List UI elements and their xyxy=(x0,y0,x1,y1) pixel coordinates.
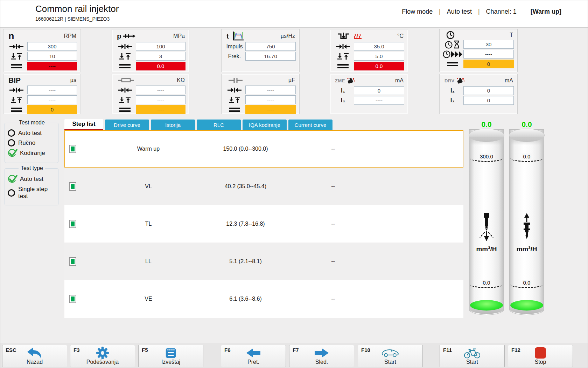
frequency-field[interactable]: 16.70 xyxy=(245,52,296,61)
gauge-upper-mark: 300.0 xyxy=(470,155,503,162)
gauge-current-value: 0.0 xyxy=(469,120,504,129)
radio-auto-test[interactable]: Auto test xyxy=(8,129,56,137)
actual-value-icon xyxy=(6,107,27,112)
step-result: -- xyxy=(280,258,386,265)
radio-unchecked-icon[interactable] xyxy=(8,129,15,137)
radio-rucno[interactable]: Ručno xyxy=(8,139,56,146)
panel-time: T 30 ---- 0 xyxy=(439,29,518,72)
setpoint-icon xyxy=(224,87,245,93)
bip-actual-field: 0 xyxy=(27,105,77,114)
gauge-unit-label: mm³/H xyxy=(469,245,504,253)
bip-set-field[interactable]: ---- xyxy=(27,86,77,94)
button-label: Nazad xyxy=(2,359,67,365)
injector-reference: 166006212R | SIEMENS_PIEZO3 xyxy=(35,16,110,22)
back-arrow-icon xyxy=(2,346,67,360)
gauge-liquid xyxy=(470,300,503,311)
gauge-cylinder: 0.0 mm³/H 0.0 xyxy=(509,129,544,315)
separator: | xyxy=(478,8,480,15)
step-name: Warm up xyxy=(85,146,211,152)
temperature-tolerance-field[interactable]: 5.0 xyxy=(354,52,404,61)
actual-value-icon xyxy=(442,62,463,67)
tab-bar: Step list Drive curve Istorija RLC IQA k… xyxy=(64,119,332,130)
step-checkbox[interactable] xyxy=(69,257,76,266)
f11-start-bicycle-button[interactable]: F11 Start xyxy=(440,345,505,367)
radio-unchecked-icon[interactable] xyxy=(8,189,15,197)
pressure-tolerance-field[interactable]: 3 xyxy=(136,52,186,61)
f3-settings-button[interactable]: F3 Podešavanja xyxy=(70,345,135,367)
time-unit: T xyxy=(510,32,513,38)
panel-bip: BIP µs ---- ---- 0 xyxy=(3,74,81,114)
drv-unit: mA xyxy=(505,77,513,84)
tab-iqa-kodiranje[interactable]: IQA kodiranje xyxy=(243,120,287,130)
f5-report-button[interactable]: F5 Izveštaj xyxy=(138,345,203,367)
arrow-right-icon xyxy=(289,346,354,360)
step-row-ve[interactable]: VE 6.1 (3.6--8.6) -- xyxy=(64,280,463,318)
radio-unchecked-icon[interactable] xyxy=(8,139,15,146)
resistance-tolerance-field[interactable]: ---- xyxy=(136,95,186,104)
tab-rlc[interactable]: RLC xyxy=(197,120,241,130)
button-label: Start xyxy=(358,359,422,365)
tab-drive-curve[interactable]: Drive curve xyxy=(105,120,149,130)
setpoint-icon xyxy=(6,87,27,93)
zme-i2-field: ---- xyxy=(354,96,404,105)
waveform-icon xyxy=(229,31,247,41)
step-row-tl[interactable]: TL 12.3 (7.8--16.8) -- xyxy=(64,205,463,243)
esc-back-button[interactable]: ESC Nazad xyxy=(2,345,67,367)
test-type-group: Test type Auto test Single step test xyxy=(5,165,58,205)
f10-start-car-button[interactable]: F10 Start xyxy=(358,345,423,367)
rpm-unit: RPM xyxy=(64,33,76,39)
radio-checked-icon[interactable] xyxy=(8,149,17,157)
resistance-set-field[interactable]: ---- xyxy=(136,86,186,94)
step-checkbox[interactable] xyxy=(69,145,76,153)
gauge-unit-label: mm³/H xyxy=(510,245,544,253)
header: Common rail injektor 166006212R | SIEMEN… xyxy=(0,0,588,28)
step-checkbox[interactable] xyxy=(69,220,76,228)
tolerance-icon xyxy=(114,53,136,60)
step-result: -- xyxy=(280,146,386,152)
test-label: Auto test xyxy=(447,8,472,15)
radio-label: Auto test xyxy=(18,130,42,137)
radio-label: Single step test xyxy=(18,186,56,200)
radio-label: Auto test xyxy=(20,176,43,183)
step-row-warm-up[interactable]: Warm up 150.0 (0.0--300.0) -- xyxy=(64,130,463,168)
pressure-unit: MPa xyxy=(173,33,185,39)
f12-stop-button[interactable]: F12 Stop xyxy=(508,345,573,367)
radio-type-auto-test[interactable]: Auto test xyxy=(8,175,56,183)
capacitance-set-field[interactable]: ---- xyxy=(245,86,296,94)
pressure-set-field[interactable]: 100 xyxy=(136,42,186,51)
radio-label: Kodiranje xyxy=(20,150,45,157)
panel-drv: DRV mA I₁ 0 I₂ 0 xyxy=(439,74,518,114)
resistance-unit: KΩ xyxy=(177,77,185,83)
capacitance-tolerance-field[interactable]: ---- xyxy=(245,95,296,104)
rpm-set-field[interactable]: 300 xyxy=(27,42,77,51)
temperature-set-field[interactable]: 35.0 xyxy=(354,42,404,51)
capacitance-actual-field: ---- xyxy=(245,105,296,114)
step-checkbox[interactable] xyxy=(69,295,76,303)
time-set-field[interactable]: 30 xyxy=(463,40,514,49)
radio-single-step-test[interactable]: Single step test xyxy=(8,186,56,200)
button-label: Pret. xyxy=(221,359,286,365)
tab-step-list[interactable]: Step list xyxy=(64,119,103,130)
step-row-ll[interactable]: LL 5.1 (2.1--8.1) -- xyxy=(64,243,463,280)
tolerance-icon xyxy=(6,53,27,60)
step-checkbox[interactable] xyxy=(69,182,76,191)
bip-tolerance-field[interactable]: ---- xyxy=(27,95,77,104)
button-label: Podešavanja xyxy=(70,359,135,365)
rpm-tolerance-field[interactable]: 10 xyxy=(27,52,77,61)
setpoint-icon xyxy=(114,44,136,49)
step-value: 5.1 (2.1--8.1) xyxy=(211,258,280,265)
f7-next-button[interactable]: F7 Sled. xyxy=(289,345,354,367)
f6-previous-button[interactable]: F6 Pret. xyxy=(221,345,286,367)
zme-i1-field: 0 xyxy=(354,86,404,95)
step-result: -- xyxy=(280,221,386,227)
radio-checked-icon[interactable] xyxy=(8,175,17,183)
tab-istorija[interactable]: Istorija xyxy=(151,120,195,130)
radio-kodiranje[interactable]: Kodiranje xyxy=(8,149,56,157)
tab-current-curve[interactable]: Current curve xyxy=(288,120,332,130)
actual-value-icon xyxy=(114,107,136,112)
step-name: VL xyxy=(85,183,211,190)
button-label: Sled. xyxy=(289,359,354,365)
impuls-field[interactable]: 750 xyxy=(245,42,296,51)
step-row-vl[interactable]: VL 40.2 (35.0--45.4) -- xyxy=(64,168,463,205)
step-name: LL xyxy=(85,258,211,265)
